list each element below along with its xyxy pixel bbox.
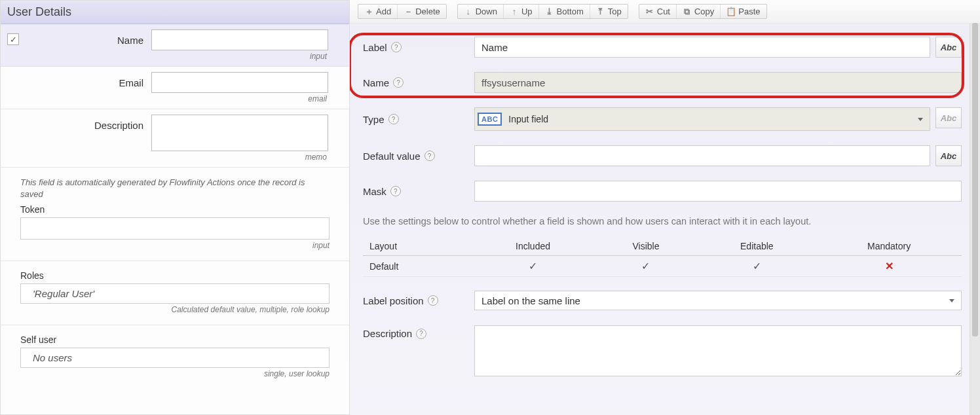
abc-chip-icon: ABC [478,113,502,126]
down-icon: ↓ [464,7,473,16]
name-field-label: Name [363,77,389,88]
name-label: Name [26,29,151,61]
delete-button[interactable]: －Delete [398,5,446,18]
label-position-value: Label on the same line [481,295,580,306]
down-button[interactable]: ↓Down [458,5,504,18]
cut-button[interactable]: ✂Cut [639,5,677,18]
token-hint: input [20,241,330,250]
bottom-button[interactable]: ⤓Bottom [539,5,590,18]
description-textarea[interactable] [151,115,328,151]
default-value-row: Default value? Abc [363,145,962,166]
paste-icon: 📋 [726,7,736,16]
scrollbar-thumb[interactable] [972,23,978,336]
form-description-label: Description [363,328,412,339]
type-abc-button[interactable]: Abc [935,107,962,128]
label-field-label: Label [363,42,387,53]
copy-icon: ⧉ [683,7,692,16]
chevron-down-icon [918,118,923,121]
layout-th-included: Included [472,237,595,256]
default-value-abc-button[interactable]: Abc [935,145,962,166]
name-hint: input [151,52,328,61]
name-input[interactable] [151,29,328,50]
bottom-icon: ⤓ [545,7,554,16]
token-section: This field is automatically generated by… [1,168,349,261]
toolbar-group-move: ↓Down ↑Up ⤓Bottom ⤒Top [457,4,628,19]
selfuser-hint: single, user lookup [20,369,330,378]
minus-icon: － [404,7,413,16]
plus-icon: ＋ [364,7,373,16]
layout-th-layout: Layout [363,237,472,256]
label-abc-button[interactable]: Abc [935,37,962,58]
name-input-readonly [474,72,962,93]
email-hint: email [151,94,328,103]
form-body: Label? Abc Name? Type? ABC Input field [350,24,980,415]
description-label: Description [26,115,151,162]
help-icon[interactable]: ? [428,295,438,306]
layout-table: Layout Included Visible Editable Mandato… [363,237,962,277]
form-description-textarea[interactable] [474,325,962,376]
help-icon[interactable]: ? [388,114,399,124]
toolbar-group-add-delete: ＋Add －Delete [358,4,447,19]
type-select[interactable]: ABC Input field [474,107,930,131]
token-note: This field is automatically generated by… [20,177,330,200]
token-label: Token [20,204,330,215]
default-value-input[interactable] [474,145,930,166]
layout-hint-text: Use the settings below to control whethe… [363,216,962,226]
toolbar-group-clipboard: ✂Cut ⧉Copy 📋Paste [639,4,767,19]
help-icon[interactable]: ? [393,77,404,88]
selfuser-label: Self user [20,334,330,345]
mandatory-x-icon[interactable]: ✕ [885,261,894,272]
visible-check-icon[interactable]: ✓ [641,261,650,272]
roles-section: Roles 'Regular User' Calculated default … [1,261,349,325]
token-input[interactable] [20,217,330,240]
layout-row-name: Default [363,256,472,277]
name-checkbox[interactable]: ✓ [7,33,19,45]
copy-button[interactable]: ⧉Copy [677,5,721,18]
default-value-label: Default value [363,151,421,162]
name-section: ✓ Name input [1,24,349,67]
type-value: Input field [508,114,548,124]
mask-row: Mask? [363,181,962,202]
description-hint: memo [151,153,328,162]
editable-check-icon[interactable]: ✓ [753,261,761,272]
app-root: User Details ✓ Name input Email [0,0,980,415]
help-icon[interactable]: ? [390,186,401,196]
included-check-icon[interactable]: ✓ [529,261,537,272]
label-position-select[interactable]: Label on the same line [474,291,962,310]
cut-icon: ✂ [645,7,654,16]
help-icon[interactable]: ? [424,151,435,161]
top-button[interactable]: ⤒Top [590,5,628,18]
layout-th-visible: Visible [594,237,697,256]
description-section: Description memo [1,109,349,168]
email-section: Email email [1,67,349,109]
roles-label: Roles [20,270,330,281]
panel-title: User Details [1,1,349,24]
help-icon[interactable]: ? [391,42,402,52]
add-button[interactable]: ＋Add [358,5,398,18]
up-icon: ↑ [510,7,519,16]
email-label: Email [26,72,151,103]
user-details-panel: User Details ✓ Name input Email [0,0,350,415]
mask-input[interactable] [474,181,962,202]
selfuser-section: Self user No users single, user lookup [1,325,349,389]
form-description-row: Description? [363,325,962,376]
roles-value[interactable]: 'Regular User' [20,283,330,304]
selfuser-value[interactable]: No users [20,348,330,368]
layout-row-default: Default ✓ ✓ ✓ ✕ [363,256,962,277]
paste-button[interactable]: 📋Paste [721,5,766,18]
name-row: Name? [363,72,962,93]
help-icon[interactable]: ? [416,329,426,339]
type-field-label: Type [363,114,385,125]
type-row: Type? ABC Input field Abc [363,107,962,131]
scrollbar[interactable] [970,23,980,415]
layout-th-editable: Editable [697,237,816,256]
label-position-label: Label position [363,295,424,306]
layout-th-mandatory: Mandatory [816,237,962,256]
up-button[interactable]: ↑Up [504,5,539,18]
label-input[interactable] [474,37,930,58]
mask-label: Mask [363,186,386,197]
email-input[interactable] [151,72,328,93]
label-row: Label? Abc [363,37,962,58]
top-icon: ⤒ [596,7,605,16]
panel-body: ✓ Name input Email email [1,24,349,389]
